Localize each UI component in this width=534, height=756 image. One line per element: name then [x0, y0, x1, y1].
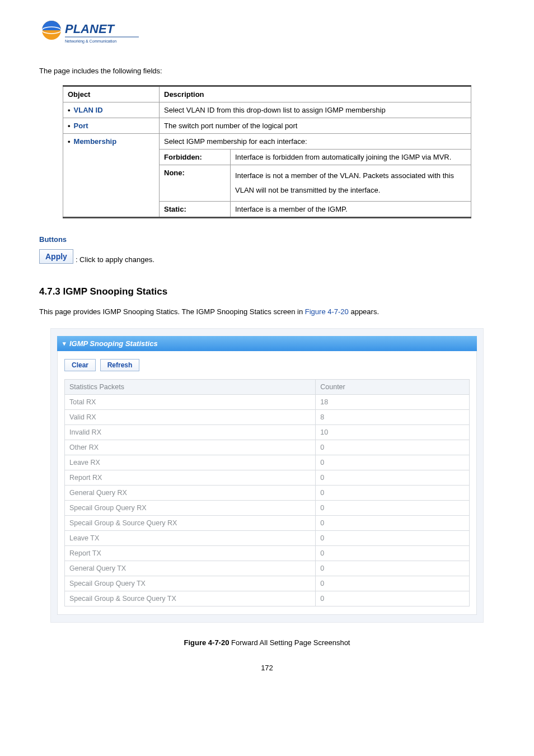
- th-counter: Counter: [316, 380, 470, 395]
- stat-value: 0: [316, 546, 470, 561]
- stat-label: Report RX: [65, 470, 316, 486]
- refresh-button[interactable]: Refresh: [100, 359, 140, 371]
- figure-ref-link[interactable]: Figure 4-7-20: [305, 307, 349, 316]
- stat-value: 0: [316, 576, 470, 591]
- apply-desc: : Click to apply changes.: [76, 255, 154, 264]
- apply-button[interactable]: Apply: [39, 249, 73, 264]
- table-row: Report TX0: [65, 546, 470, 561]
- stat-value: 0: [316, 591, 470, 606]
- th-packets: Statistics Packets: [65, 380, 316, 395]
- stat-value: 8: [316, 410, 470, 425]
- stat-label: Invalid RX: [65, 425, 316, 440]
- stat-label: Leave RX: [65, 455, 316, 470]
- table-row: Leave TX0: [65, 531, 470, 546]
- section-heading: 4.7.3 IGMP Snooping Statics: [39, 286, 495, 297]
- clear-button[interactable]: Clear: [64, 359, 96, 371]
- stat-value: 0: [316, 455, 470, 470]
- section-intro: This page provides IGMP Snooping Statics…: [39, 307, 495, 316]
- table-row: Specail Group & Source Query TX0: [65, 591, 470, 606]
- row-membership: •Membership Select IGMP membership for e…: [63, 134, 471, 150]
- stat-label: Other RX: [65, 440, 316, 455]
- table-row: Valid RX8: [65, 410, 470, 425]
- table-row: Leave RX0: [65, 455, 470, 470]
- table-row: Report RX0: [65, 470, 470, 486]
- stat-label: Total RX: [65, 395, 316, 410]
- logo-sub-text: Networking & Communication: [65, 39, 116, 44]
- brand-logo: PLANET Networking & Communication: [39, 17, 495, 50]
- table-row: Other RX0: [65, 440, 470, 455]
- stat-label: Valid RX: [65, 410, 316, 425]
- statistics-table: Statistics Packets Counter Total RX18Val…: [64, 379, 470, 606]
- object-description-table: Object Description •VLAN ID Select VLAN …: [63, 85, 471, 218]
- row-vlan-id: •VLAN ID Select VLAN ID from this drop-d…: [63, 102, 471, 118]
- stat-value: 10: [316, 425, 470, 440]
- collapse-icon: ▾: [63, 340, 66, 347]
- stat-value: 0: [316, 470, 470, 486]
- table-row: Invalid RX10: [65, 425, 470, 440]
- stat-label: General Query RX: [65, 486, 316, 501]
- intro-text: The page includes the following fields:: [39, 67, 495, 75]
- stat-label: Specail Group & Source Query TX: [65, 591, 316, 606]
- figure-caption: Figure 4-7-20 Forward All Setting Page S…: [39, 638, 495, 647]
- stat-label: Specail Group Query TX: [65, 576, 316, 591]
- stat-value: 0: [316, 531, 470, 546]
- stat-value: 0: [316, 486, 470, 501]
- row-port: •Port The switch port number of the logi…: [63, 118, 471, 134]
- buttons-heading: Buttons: [39, 235, 495, 244]
- stat-label: Report TX: [65, 546, 316, 561]
- panel-title: IGMP Snooping Statistics: [69, 339, 158, 348]
- stat-value: 18: [316, 395, 470, 410]
- panel-header[interactable]: ▾ IGMP Snooping Statistics: [57, 336, 477, 351]
- table-row: Specail Group Query RX0: [65, 501, 470, 516]
- table-row: General Query RX0: [65, 486, 470, 501]
- table-row: Specail Group & Source Query RX0: [65, 516, 470, 531]
- stat-label: Specail Group & Source Query RX: [65, 516, 316, 531]
- stat-value: 0: [316, 561, 470, 576]
- table-row: Total RX18: [65, 395, 470, 410]
- stat-label: Specail Group Query RX: [65, 501, 316, 516]
- th-description: Description: [160, 86, 471, 102]
- stat-value: 0: [316, 440, 470, 455]
- stat-value: 0: [316, 516, 470, 531]
- screenshot-panel: ▾ IGMP Snooping Statistics Clear Refresh…: [50, 328, 484, 623]
- th-object: Object: [63, 86, 160, 102]
- stat-value: 0: [316, 501, 470, 516]
- table-row: Specail Group Query TX0: [65, 576, 470, 591]
- logo-brand-text: PLANET: [65, 22, 115, 36]
- stat-label: Leave TX: [65, 531, 316, 546]
- page-number: 172: [39, 664, 495, 672]
- stat-label: General Query TX: [65, 561, 316, 576]
- table-row: General Query TX0: [65, 561, 470, 576]
